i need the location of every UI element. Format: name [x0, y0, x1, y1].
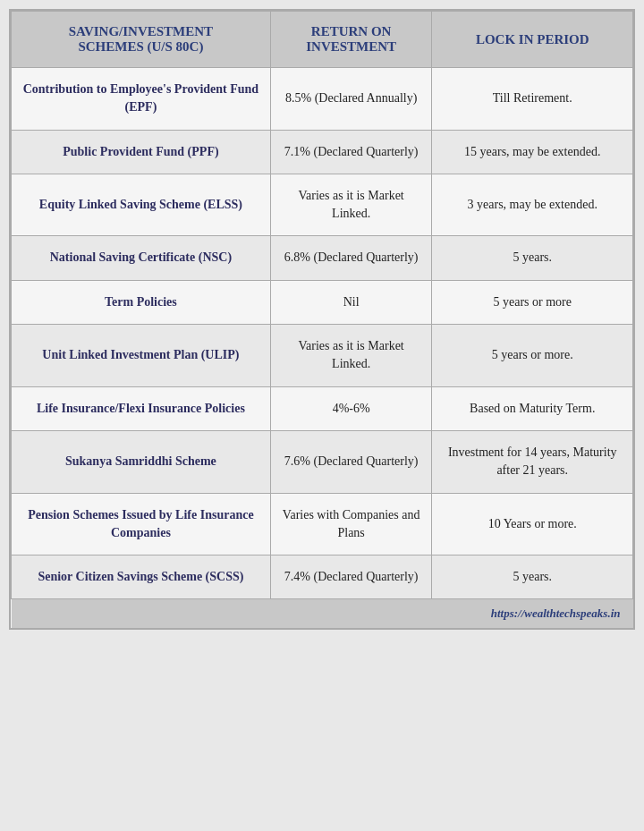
table-row: National Saving Certificate (NSC)6.8% (D… [12, 236, 633, 280]
return-value: Nil [270, 280, 432, 324]
scheme-name: Sukanya Samriddhi Scheme [12, 430, 271, 493]
return-value: Varies as it is Market Linked. [270, 174, 432, 236]
main-table-container: SAVING/INVESTMENTSCHEMES (U/S 80C) RETUR… [9, 9, 635, 630]
lock-in-period: 3 years, may be extended. [432, 174, 633, 236]
header-col1: SAVING/INVESTMENTSCHEMES (U/S 80C) [12, 12, 271, 68]
table-row: Public Provident Fund (PPF)7.1% (Declare… [12, 130, 633, 174]
footer-url: https://wealthtechspeaks.in [12, 599, 633, 629]
return-value: 7.6% (Declared Quarterly) [270, 430, 432, 493]
header-col2: RETURN ONINVESTMENT [270, 12, 432, 68]
lock-in-period: 5 years. [432, 236, 633, 280]
header-col3: LOCK IN PERIOD [432, 12, 633, 68]
lock-in-period: 15 years, may be extended. [432, 130, 633, 174]
table-row: Pension Schemes Issued by Life Insurance… [12, 493, 633, 555]
table-row: Unit Linked Investment Plan (ULIP)Varies… [12, 325, 633, 387]
scheme-name: Public Provident Fund (PPF) [12, 130, 271, 174]
lock-in-period: 5 years or more [432, 280, 633, 324]
table-row: Contribution to Employee's Provident Fun… [12, 68, 633, 131]
return-value: 6.8% (Declared Quarterly) [270, 236, 432, 280]
return-value: 7.1% (Declared Quarterly) [270, 130, 432, 174]
return-value: Varies with Companies and Plans [270, 493, 432, 555]
table-row: Equity Linked Saving Scheme (ELSS)Varies… [12, 174, 633, 236]
return-value: 4%-6% [270, 386, 432, 430]
lock-in-period: Investment for 14 years, Maturity after … [432, 430, 633, 493]
return-value: 8.5% (Declared Annually) [270, 68, 432, 131]
return-value: Varies as it is Market Linked. [270, 325, 432, 387]
scheme-name: Contribution to Employee's Provident Fun… [12, 68, 271, 131]
scheme-name: Senior Citizen Savings Scheme (SCSS) [12, 555, 271, 599]
scheme-name: Equity Linked Saving Scheme (ELSS) [12, 174, 271, 236]
lock-in-period: Till Retirement. [432, 68, 633, 131]
lock-in-period: Based on Maturity Term. [432, 386, 633, 430]
scheme-name: Life Insurance/Flexi Insurance Policies [12, 386, 271, 430]
scheme-name: Unit Linked Investment Plan (ULIP) [12, 325, 271, 387]
scheme-name: Term Policies [12, 280, 271, 324]
table-row: Sukanya Samriddhi Scheme7.6% (Declared Q… [12, 430, 633, 493]
table-row: Life Insurance/Flexi Insurance Policies4… [12, 386, 633, 430]
lock-in-period: 5 years or more. [432, 325, 633, 387]
lock-in-period: 10 Years or more. [432, 493, 633, 555]
table-row: Senior Citizen Savings Scheme (SCSS)7.4%… [12, 555, 633, 599]
return-value: 7.4% (Declared Quarterly) [270, 555, 432, 599]
lock-in-period: 5 years. [432, 555, 633, 599]
scheme-name: National Saving Certificate (NSC) [12, 236, 271, 280]
scheme-name: Pension Schemes Issued by Life Insurance… [12, 493, 271, 555]
table-row: Term PoliciesNil5 years or more [12, 280, 633, 324]
